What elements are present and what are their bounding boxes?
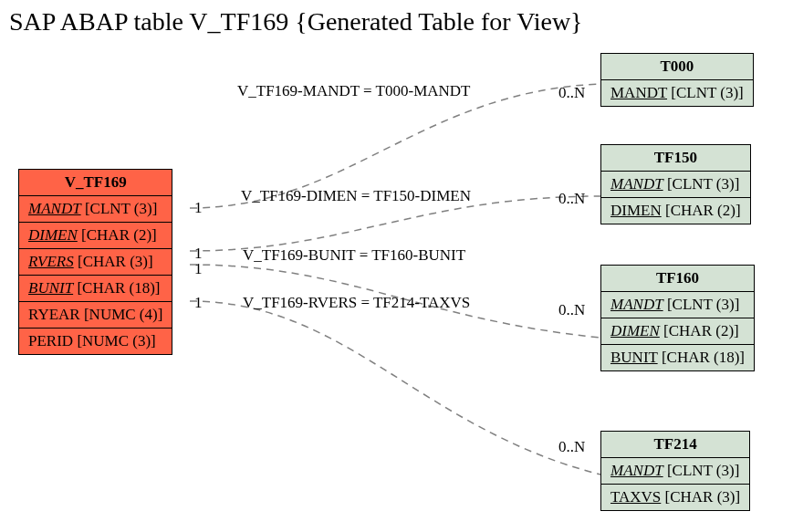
- entity-header: V_TF169: [19, 170, 172, 196]
- entity-tf150: TF150 MANDT [CLNT (3)] DIMEN [CHAR (2)]: [600, 144, 751, 224]
- field: BUNIT [CHAR (18)]: [19, 276, 172, 302]
- cardinality-left: 1: [194, 294, 203, 312]
- relation-label: V_TF169-BUNIT = TF160-BUNIT: [243, 246, 465, 265]
- field: MANDT [CLNT (3)]: [601, 292, 755, 318]
- field: MANDT [CLNT (3)]: [601, 172, 751, 198]
- entity-header: TF160: [601, 266, 755, 292]
- field: RVERS [CHAR (3)]: [19, 249, 172, 276]
- cardinality-right: 0..N: [558, 84, 585, 102]
- cardinality-right: 0..N: [558, 190, 585, 208]
- entity-tf214: TF214 MANDT [CLNT (3)] TAXVS [CHAR (3)]: [600, 431, 750, 511]
- relation-label: V_TF169-RVERS = TF214-TAXVS: [243, 294, 470, 312]
- field: MANDT [CLNT (3)]: [19, 196, 172, 223]
- field: MANDT [CLNT (3)]: [601, 458, 750, 485]
- field: BUNIT [CHAR (18)]: [601, 345, 755, 371]
- relation-label: V_TF169-MANDT = T000-MANDT: [237, 82, 470, 100]
- field: PERID [NUMC (3)]: [19, 329, 172, 355]
- entity-tf160: TF160 MANDT [CLNT (3)] DIMEN [CHAR (2)] …: [600, 265, 755, 371]
- relation-label: V_TF169-DIMEN = TF150-DIMEN: [241, 187, 471, 205]
- entity-header: TF150: [601, 145, 751, 172]
- field: RYEAR [NUMC (4)]: [19, 302, 172, 329]
- field: DIMEN [CHAR (2)]: [601, 198, 751, 224]
- cardinality-right: 0..N: [558, 438, 585, 456]
- field: MANDT [CLNT (3)]: [601, 80, 754, 107]
- cardinality-right: 0..N: [558, 301, 585, 319]
- cardinality-left: 1: [194, 199, 203, 217]
- cardinality-left: 1: [194, 260, 203, 278]
- entity-t000: T000 MANDT [CLNT (3)]: [600, 53, 754, 107]
- page-title: SAP ABAP table V_TF169 {Generated Table …: [9, 7, 583, 37]
- diagram-canvas: { "title": "SAP ABAP table V_TF169 {Gene…: [0, 0, 793, 532]
- entity-header: T000: [601, 54, 754, 80]
- field: DIMEN [CHAR (2)]: [601, 318, 755, 345]
- entity-header: TF214: [601, 432, 750, 458]
- field: TAXVS [CHAR (3)]: [601, 485, 750, 511]
- entity-v-tf169: V_TF169 MANDT [CLNT (3)] DIMEN [CHAR (2)…: [18, 169, 172, 355]
- field: DIMEN [CHAR (2)]: [19, 223, 172, 249]
